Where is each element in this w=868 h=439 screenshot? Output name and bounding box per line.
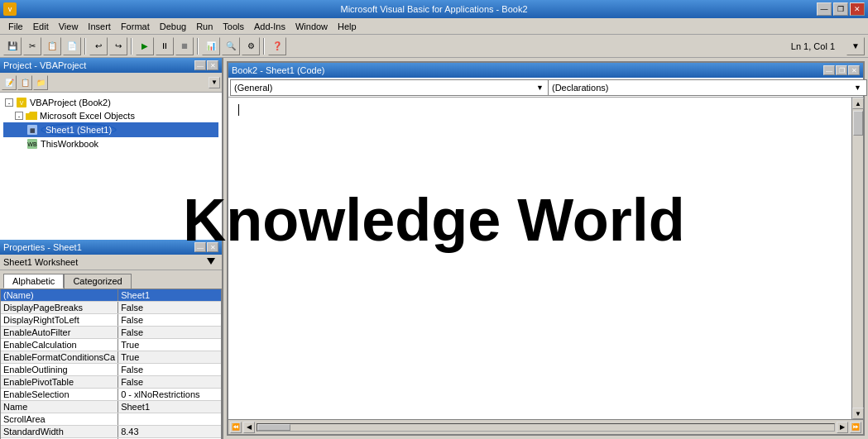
project-root-item[interactable]: - V VBAProject (Book2): [3, 96, 218, 109]
sheet-icon: ▦: [26, 124, 38, 136]
thisworkbook-item[interactable]: WB ThisWorkbook: [3, 137, 218, 150]
toolbar: 💾 ✂ 📋 📄 ↩ ↪ ▶ ⏸ ⏹ 📊 🔍 ⚙ ❓ Ln 1, Col 1 ▼: [0, 35, 868, 58]
code-window-minimize[interactable]: —: [823, 65, 835, 75]
project-scroll-down[interactable]: ▼: [209, 77, 220, 88]
project-panel-controls: — ✕: [194, 60, 218, 70]
project-panel-minimize[interactable]: —: [194, 60, 206, 70]
vbaproject-icon: V: [16, 97, 27, 108]
props-row-7[interactable]: EnablePivotTableFalse: [1, 376, 221, 389]
properties-close[interactable]: ✕: [207, 242, 218, 252]
menu-view[interactable]: View: [54, 20, 84, 33]
code-scrollbar-thumb[interactable]: [853, 111, 863, 136]
toolbar-sep-2: [131, 38, 132, 55]
toolbar-chart-btn[interactable]: 📊: [202, 37, 220, 55]
toolbar-run-btn[interactable]: ▶: [136, 37, 154, 55]
menu-run[interactable]: Run: [191, 20, 218, 33]
props-row-2[interactable]: DisplayRightToLeftFalse: [1, 314, 221, 327]
project-toggle-folders[interactable]: 📁: [33, 75, 48, 90]
toolbar-help-btn[interactable]: ❓: [268, 37, 286, 55]
menu-tools[interactable]: Tools: [218, 20, 249, 33]
code-scroll-up[interactable]: ▲: [852, 98, 864, 109]
props-row-5[interactable]: EnableFormatConditionsCaTrue: [1, 351, 221, 364]
menu-help[interactable]: Help: [333, 20, 362, 33]
folder-expand-icon[interactable]: -: [15, 112, 23, 120]
code-scroll-left-arrow[interactable]: ◀: [243, 422, 255, 433]
toolbar-watch-btn[interactable]: 🔍: [222, 37, 240, 55]
maximize-button[interactable]: ❐: [833, 2, 848, 16]
code-scroll-left[interactable]: ⏪: [230, 422, 242, 433]
toolbar-copy-btn[interactable]: 📋: [43, 37, 61, 55]
menu-window[interactable]: Window: [290, 20, 333, 33]
tab-alphabetic[interactable]: Alphabetic: [3, 274, 64, 289]
code-dropdown-left[interactable]: [230, 79, 549, 96]
prop-name-11: StandardWidth: [1, 426, 118, 438]
props-row-9[interactable]: NameSheet1: [1, 401, 221, 413]
code-dropdown-right[interactable]: [548, 79, 867, 96]
props-row-0[interactable]: (Name)Sheet1: [1, 289, 221, 302]
root-expand-icon[interactable]: -: [5, 98, 13, 107]
code-window-close[interactable]: ✕: [848, 65, 860, 75]
toolbar-pause-btn[interactable]: ⏸: [156, 37, 174, 55]
properties-controls: — ✕: [194, 242, 218, 252]
props-row-8[interactable]: EnableSelection0 - xlNoRestrictions: [1, 389, 221, 401]
sheet1-label: Sheet1 (Sheet1): [41, 123, 117, 136]
code-title-bar: Book2 - Sheet1 (Code) — ❐ ✕: [228, 63, 863, 78]
properties-minimize[interactable]: —: [194, 242, 206, 252]
toolbar-cut-btn[interactable]: ✂: [23, 37, 41, 55]
code-bottom-scrollbar[interactable]: [257, 423, 835, 432]
toolbar-stop-btn[interactable]: ⏹: [175, 37, 194, 55]
project-view-code[interactable]: 📝: [2, 75, 17, 90]
project-tree: - V VBAProject (Book2) - Microsoft Excel…: [0, 93, 222, 240]
code-dropdowns: ▼ ▼: [228, 78, 863, 98]
properties-panel: Properties - Sheet1 — ✕ Sheet1 Worksheet…: [0, 240, 222, 439]
app-icon: V: [3, 2, 17, 16]
menu-file[interactable]: File: [3, 20, 28, 33]
code-scroll-right-arrow[interactable]: ▶: [837, 422, 848, 433]
prop-value-4: True: [118, 339, 221, 351]
menu-format[interactable]: Format: [116, 20, 155, 33]
toolbar-paste-btn[interactable]: 📄: [63, 37, 81, 55]
props-row-1[interactable]: DisplayPageBreaksFalse: [1, 302, 221, 314]
project-panel-close[interactable]: ✕: [207, 60, 218, 70]
project-view-object[interactable]: 📋: [17, 75, 32, 90]
code-scrollbar-v[interactable]: ▲ ▼: [851, 98, 863, 419]
menu-edit[interactable]: Edit: [28, 20, 54, 33]
code-window-maximize[interactable]: ❐: [836, 65, 847, 75]
properties-tabs: Alphabetic Categorized: [0, 270, 222, 289]
props-row-6[interactable]: EnableOutliningFalse: [1, 364, 221, 376]
toolbar-save-btn[interactable]: 💾: [3, 37, 22, 55]
prop-name-9: Name: [1, 401, 118, 413]
prop-name-8: EnableSelection: [1, 389, 118, 401]
code-area[interactable]: ▲ ▼: [228, 98, 863, 419]
code-cursor: [238, 104, 239, 116]
code-scroll-down[interactable]: ▼: [852, 408, 864, 419]
minimize-button[interactable]: —: [817, 2, 832, 16]
props-row-11[interactable]: StandardWidth8.43: [1, 426, 221, 438]
prop-value-0: Sheet1: [118, 289, 221, 302]
toolbar-redo-btn[interactable]: ↪: [109, 37, 127, 55]
props-row-10[interactable]: ScrollArea: [1, 413, 221, 426]
properties-dropdown-arrow[interactable]: [207, 256, 218, 268]
menu-bar: File Edit View Insert Format Debug Run T…: [0, 18, 868, 35]
prop-name-4: EnableCalculation: [1, 339, 118, 351]
toolbar-undo-btn[interactable]: ↩: [89, 37, 108, 55]
sheet1-item[interactable]: ▦ Sheet1 (Sheet1): [3, 122, 218, 137]
menu-debug[interactable]: Debug: [155, 20, 191, 33]
svg-text:V: V: [20, 100, 24, 106]
close-button[interactable]: ✕: [850, 2, 865, 16]
excel-objects-folder[interactable]: - Microsoft Excel Objects: [3, 109, 218, 122]
menu-insert[interactable]: Insert: [83, 20, 116, 33]
toolbar-sep-4: [263, 38, 265, 55]
prop-name-5: EnableFormatConditionsCa: [1, 351, 118, 364]
code-scroll-right[interactable]: ⏩: [850, 422, 861, 433]
prop-name-7: EnablePivotTable: [1, 376, 118, 389]
prop-name-0: (Name): [1, 289, 118, 302]
toolbar-dropdown-arrow[interactable]: ▼: [846, 37, 865, 55]
prop-value-8: 0 - xlNoRestrictions: [118, 389, 221, 401]
tab-categorized[interactable]: Categorized: [64, 274, 131, 289]
props-row-4[interactable]: EnableCalculationTrue: [1, 339, 221, 351]
toolbar-sep-3: [197, 38, 199, 55]
props-row-3[interactable]: EnableAutoFilterFalse: [1, 327, 221, 339]
menu-addins[interactable]: Add-Ins: [249, 20, 290, 33]
toolbar-more-btn[interactable]: ⚙: [242, 37, 260, 55]
